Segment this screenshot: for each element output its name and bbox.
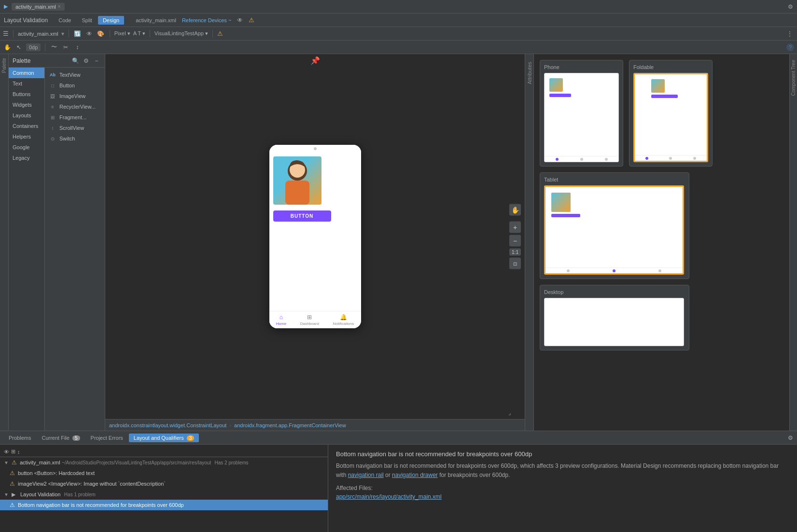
palette-search-icon[interactable]: 🔍 <box>71 56 80 65</box>
palette-cat-text[interactable]: Text <box>9 78 44 89</box>
bottom-sort-icon[interactable]: ↕ <box>17 449 20 455</box>
canvas-scroll[interactable]: 📌 <box>105 54 525 419</box>
navigation-drawer-link[interactable]: navigation drawer <box>392 472 438 478</box>
canvas-area: 📌 <box>105 54 525 431</box>
palette-minus-icon[interactable]: − <box>92 56 101 65</box>
palette-cat-widgets[interactable]: Widgets <box>9 99 44 110</box>
problem-row-layout-validation[interactable]: ▼ ▶ Layout Validation Has 1 problem <box>0 489 328 500</box>
fit-screen-icon[interactable]: ⊡ <box>509 258 521 269</box>
palette-label[interactable]: Palette <box>1 58 7 73</box>
tab-project-errors[interactable]: Project Errors <box>86 434 128 442</box>
separator6 <box>45 43 45 51</box>
palette-icon[interactable]: 🎨 <box>97 29 105 38</box>
bottom-eye-icon[interactable]: 👁 <box>4 449 9 455</box>
problem-button-text: button <Button>: Hardcoded text <box>18 470 95 476</box>
layout-validation-panel: Phone <box>533 54 789 431</box>
refresh-icon[interactable]: 🔃 <box>73 29 82 38</box>
palette-cat-legacy[interactable]: Legacy <box>9 153 44 163</box>
problem-file-info: activity_main.xml ~/AndroidStudioProject… <box>20 459 249 466</box>
zoom-minus-button[interactable]: − <box>509 235 521 247</box>
tab-design[interactable]: Design <box>98 16 124 25</box>
palette-item-scrollview[interactable]: ↕ ScrollView <box>47 123 103 133</box>
margin-input[interactable]: 0dp <box>26 43 41 51</box>
problem-row-button[interactable]: ⚠ button <Button>: Hardcoded text <box>0 468 328 478</box>
mini-bottom-tablet <box>545 267 683 273</box>
tab-layout-qualifiers[interactable]: Layout and Qualifiers 3 <box>129 434 199 442</box>
component-tree-label[interactable]: Component Tree <box>789 58 797 98</box>
bottom-settings-icon[interactable]: ⚙ <box>788 434 793 441</box>
palette-item-recyclerview[interactable]: ≡ RecyclerView... <box>47 101 103 112</box>
zoom-plus-button[interactable]: + <box>509 222 521 233</box>
file-tab[interactable]: activity_main.xml × <box>12 3 65 11</box>
problem-file-count: Has 2 problems <box>215 460 249 465</box>
fragment-label: Fragment... <box>59 114 86 120</box>
settings-gear-icon[interactable]: ⚙ <box>788 3 793 10</box>
breadcrumb-constraintlayout[interactable]: androidx.constraintlayout.widget.Constra… <box>109 422 226 428</box>
switch-label: Switch <box>59 136 75 141</box>
menu-icon[interactable]: ☰ <box>3 30 9 37</box>
palette-header: Palette 🔍 ⚙ − <box>9 54 105 68</box>
palette-settings-icon[interactable]: ⚙ <box>82 56 90 65</box>
help-icon[interactable]: ? <box>786 43 794 51</box>
palette-items-list: Ab TextView □ Button 🖼 ImageView ≡ Recyc… <box>45 68 105 431</box>
tab-problems[interactable]: Problems <box>4 434 36 442</box>
palette-cat-buttons[interactable]: Buttons <box>9 89 44 99</box>
file-dropdown-arrow[interactable]: ▾ <box>61 30 64 37</box>
ref-devices-button[interactable]: Reference Devices ~ <box>182 17 231 23</box>
problem-file-name: activity_main.xml <box>20 460 60 465</box>
arrow-icon[interactable]: ↕ <box>73 43 82 52</box>
layout-validation-header: Layout Validation Code Split Design acti… <box>0 14 797 27</box>
palette-item-switch[interactable]: ⊙ Switch <box>47 133 103 144</box>
pixel-selector[interactable]: Pixel ▾ <box>114 30 130 37</box>
tab-split[interactable]: Split <box>77 16 97 25</box>
file-tab-close[interactable]: × <box>58 4 61 9</box>
device-card-desktop: Desktop <box>540 285 689 350</box>
palette-cat-google[interactable]: Google <box>9 142 44 153</box>
palette-item-imageview[interactable]: 🖼 ImageView <box>47 91 103 101</box>
lv-eye-icon[interactable]: 👁 <box>237 17 243 24</box>
lint-warning-icon[interactable]: ⚠ <box>217 30 223 37</box>
palette-item-textview[interactable]: Ab TextView <box>47 70 103 80</box>
device-card-tablet: Tablet ⚠ <box>540 172 689 279</box>
more-options-icon[interactable]: ⋮ <box>785 29 794 38</box>
attributes-panel: Attributes <box>525 54 533 431</box>
expand-arrow-file[interactable]: ▼ <box>4 460 9 465</box>
text-size-selector[interactable]: A T ▾ <box>133 30 145 37</box>
cut-icon[interactable]: ✂ <box>61 43 70 52</box>
layout-validation-title: Layout Validation <box>4 17 48 24</box>
file-selector[interactable]: activity_main.xml <box>18 31 58 37</box>
problem-row-imageview[interactable]: ⚠ imageView2 <ImageView>: Image without … <box>0 478 328 489</box>
palette-item-fragment[interactable]: ⊞ Fragment... <box>47 112 103 123</box>
navigation-rail-link[interactable]: navigation rail <box>348 472 384 478</box>
app-selector[interactable]: VisualLintingTestApp ▾ <box>154 30 208 37</box>
phone-button[interactable]: BUTTON <box>273 210 331 222</box>
palette-cat-containers[interactable]: Containers <box>9 121 44 131</box>
palette-item-button[interactable]: □ Button <box>47 80 103 91</box>
affected-file-link[interactable]: app/src/main/res/layout/activity_main.xm… <box>336 493 789 500</box>
tab-code[interactable]: Code <box>54 16 76 25</box>
palette-body: Common Text Buttons Widgets Layouts Cont… <box>9 68 105 431</box>
nav-item-home[interactable]: ⌂ Home <box>276 314 286 326</box>
toolbar1: ☰ activity_main.xml ▾ 🔃 👁 🎨 Pixel ▾ A T … <box>0 27 797 41</box>
palette-cat-helpers[interactable]: Helpers <box>9 131 44 142</box>
wave-icon[interactable]: 〜 <box>50 43 58 52</box>
problem-row-file[interactable]: ▼ ⚠ activity_main.xml ~/AndroidStudioPro… <box>0 457 328 468</box>
resize-handle[interactable]: ⌟ <box>508 409 511 416</box>
tab-current-file[interactable]: Current File 5 <box>37 434 84 442</box>
hand-zoom-icon[interactable]: ✋ <box>509 204 521 216</box>
problem-row-bottomnav[interactable]: ⚠ Bottom navigation bar is not recommend… <box>0 500 328 510</box>
palette-cat-common[interactable]: Common <box>9 68 44 78</box>
bottom-filter-icon[interactable]: ⊞ <box>11 448 15 455</box>
hand-tool-icon[interactable]: ✋ <box>3 43 12 52</box>
palette-cat-layouts[interactable]: Layouts <box>9 110 44 121</box>
attributes-label[interactable]: Attributes <box>525 58 534 88</box>
pin-icon: 📌 <box>310 56 320 65</box>
expand-arrow-lv[interactable]: ▼ <box>4 492 9 497</box>
textview-label: TextView <box>59 72 81 78</box>
cursor-tool-icon[interactable]: ↖ <box>14 43 23 52</box>
nav-item-dashboard[interactable]: ⊞ Dashboard <box>300 314 319 326</box>
breadcrumb-fragmentcontainer[interactable]: androidx.fragment.app.FragmentContainerV… <box>234 422 346 428</box>
nav-item-notifications[interactable]: 🔔 Notifications <box>333 314 354 326</box>
separator3 <box>110 30 110 38</box>
eye-dropdown-icon[interactable]: 👁 <box>85 29 94 38</box>
